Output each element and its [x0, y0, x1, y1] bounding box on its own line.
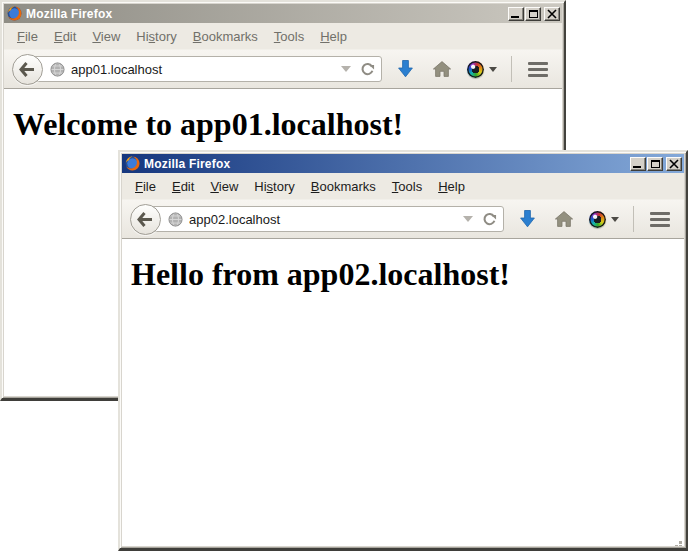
toolbar-separator [633, 206, 634, 232]
titlebar[interactable]: Mozilla Firefox [122, 154, 684, 173]
resize-grip[interactable] [679, 541, 682, 544]
download-arrow-icon [520, 210, 535, 228]
window-title: Mozilla Firefox [26, 7, 508, 21]
url-bar[interactable]: app02.localhost [145, 206, 504, 232]
toolbar-separator [511, 56, 512, 82]
menu-help[interactable]: Help [314, 27, 355, 46]
close-button[interactable] [666, 157, 682, 171]
addon-caret-icon [489, 67, 497, 72]
minimize-icon [511, 16, 519, 18]
close-icon [667, 158, 681, 170]
menu-bookmarks[interactable]: Bookmarks [305, 177, 384, 196]
menu-tools[interactable]: Tools [386, 177, 430, 196]
close-button[interactable] [544, 7, 560, 21]
menu-bar: FileEditViewHistoryBookmarksToolsHelp [4, 23, 562, 49]
navigation-toolbar: app02.localhost [122, 199, 684, 239]
titlebar[interactable]: Mozilla Firefox [4, 4, 562, 23]
navigation-toolbar: app01.localhost [4, 49, 562, 89]
menu-panel-button[interactable] [646, 208, 674, 231]
minimize-button[interactable] [630, 157, 646, 171]
menu-edit[interactable]: Edit [166, 177, 202, 196]
home-button[interactable] [429, 57, 455, 81]
download-arrow-icon [398, 60, 413, 78]
reload-icon[interactable] [360, 62, 375, 77]
back-button[interactable] [12, 54, 43, 85]
globe-icon [168, 212, 183, 227]
hamburger-icon [528, 62, 548, 77]
firefox-icon [7, 6, 22, 21]
menu-file[interactable]: File [129, 177, 164, 196]
menu-view[interactable]: View [204, 177, 246, 196]
addon-caret-icon [611, 217, 619, 222]
menu-tools[interactable]: Tools [268, 27, 312, 46]
addon-button[interactable] [589, 211, 619, 228]
menu-file[interactable]: File [11, 27, 46, 46]
page-content: Hello from app02.localhost! [122, 239, 684, 546]
downloads-button[interactable] [394, 56, 417, 82]
url-text[interactable]: app01.localhost [71, 62, 341, 77]
maximize-icon [529, 10, 538, 18]
back-arrow-icon [19, 62, 36, 77]
url-text[interactable]: app02.localhost [189, 212, 463, 227]
globe-icon [50, 62, 65, 77]
urlbar-dropdown-icon[interactable] [341, 66, 351, 72]
urlbar-dropdown-icon[interactable] [463, 216, 473, 222]
menu-view[interactable]: View [86, 27, 128, 46]
addon-button[interactable] [467, 61, 497, 78]
maximize-button[interactable] [647, 157, 663, 171]
reload-icon[interactable] [482, 212, 497, 227]
downloads-button[interactable] [516, 206, 539, 232]
color-wheel-icon [589, 211, 606, 228]
home-icon [555, 211, 573, 227]
hamburger-icon [650, 212, 670, 227]
home-button[interactable] [551, 207, 577, 231]
menu-history[interactable]: History [248, 177, 302, 196]
home-icon [433, 61, 451, 77]
menu-bar: FileEditViewHistoryBookmarksToolsHelp [122, 173, 684, 199]
page-heading: Welcome to app01.localhost! [13, 106, 554, 143]
menu-history[interactable]: History [130, 27, 184, 46]
maximize-button[interactable] [525, 7, 541, 21]
menu-panel-button[interactable] [524, 58, 552, 81]
color-wheel-icon [467, 61, 484, 78]
menu-edit[interactable]: Edit [48, 27, 84, 46]
minimize-button[interactable] [508, 7, 524, 21]
page-heading: Hello from app02.localhost! [131, 256, 676, 293]
back-button[interactable] [130, 204, 161, 235]
back-arrow-icon [137, 212, 154, 227]
browser-window-app02[interactable]: Mozilla Firefox FileEditViewHistoryBookm… [118, 150, 688, 551]
window-title: Mozilla Firefox [144, 157, 630, 171]
close-icon [545, 8, 559, 20]
menu-bookmarks[interactable]: Bookmarks [187, 27, 266, 46]
menu-help[interactable]: Help [432, 177, 473, 196]
url-bar[interactable]: app01.localhost [27, 56, 382, 82]
minimize-icon [633, 166, 641, 168]
firefox-icon [125, 156, 140, 171]
maximize-icon [651, 160, 660, 168]
